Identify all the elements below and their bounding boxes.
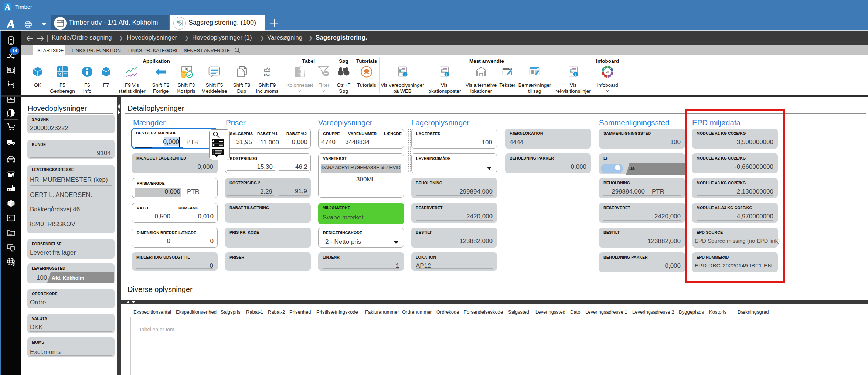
svg-text:skat: skat — [264, 73, 270, 76]
svg-text:i: i — [405, 73, 406, 76]
svg-text:i: i — [446, 73, 447, 76]
svg-text:i: i — [575, 73, 576, 76]
